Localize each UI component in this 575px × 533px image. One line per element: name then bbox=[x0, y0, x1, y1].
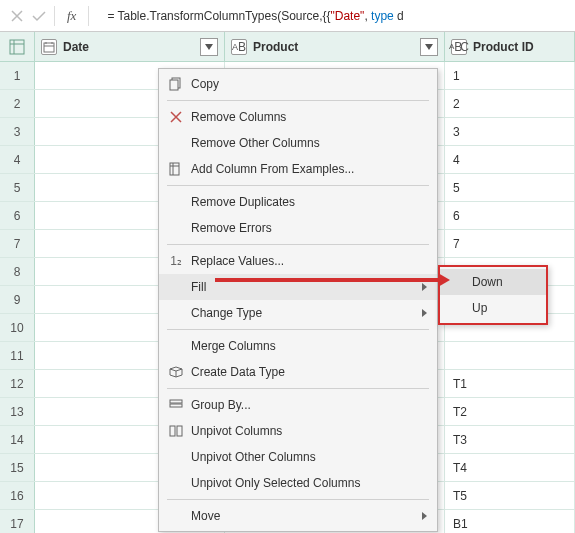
column-header-date[interactable]: Date bbox=[35, 32, 225, 61]
row-number[interactable]: 3 bbox=[0, 118, 35, 145]
cancel-icon[interactable] bbox=[8, 7, 26, 25]
column-label: Product ID bbox=[473, 40, 568, 54]
text-type-icon: AB bbox=[231, 39, 247, 55]
cell-product-id[interactable]: 2 bbox=[445, 90, 575, 117]
svg-rect-9 bbox=[170, 163, 179, 175]
fx-label: fx bbox=[61, 8, 82, 24]
data-type-icon bbox=[165, 366, 187, 378]
row-number[interactable]: 14 bbox=[0, 426, 35, 453]
svg-rect-0 bbox=[10, 40, 24, 54]
menu-group-by[interactable]: Group By... bbox=[159, 392, 437, 418]
fill-submenu: Down Up bbox=[438, 265, 548, 325]
menu-remove-other-columns[interactable]: Remove Other Columns bbox=[159, 130, 437, 156]
menu-remove-columns[interactable]: Remove Columns bbox=[159, 104, 437, 130]
svg-rect-15 bbox=[170, 400, 182, 403]
group-icon bbox=[165, 399, 187, 411]
column-header-product[interactable]: AB Product bbox=[225, 32, 445, 61]
submenu-fill-up[interactable]: Up bbox=[440, 295, 546, 321]
menu-change-type[interactable]: Change Type bbox=[159, 300, 437, 326]
menu-add-column-examples[interactable]: Add Column From Examples... bbox=[159, 156, 437, 182]
cell-product-id[interactable]: 7 bbox=[445, 230, 575, 257]
calendar-icon bbox=[41, 39, 57, 55]
select-all-corner[interactable] bbox=[0, 32, 35, 61]
add-column-icon bbox=[165, 162, 187, 176]
row-number[interactable]: 2 bbox=[0, 90, 35, 117]
svg-line-12 bbox=[170, 369, 176, 371]
row-number[interactable]: 5 bbox=[0, 174, 35, 201]
menu-unpivot-columns[interactable]: Unpivot Columns bbox=[159, 418, 437, 444]
confirm-icon[interactable] bbox=[30, 7, 48, 25]
column-label: Date bbox=[63, 40, 200, 54]
row-number[interactable]: 17 bbox=[0, 510, 35, 533]
chevron-right-icon bbox=[422, 309, 427, 317]
copy-icon bbox=[165, 77, 187, 91]
row-number[interactable]: 11 bbox=[0, 342, 35, 369]
menu-remove-errors[interactable]: Remove Errors bbox=[159, 215, 437, 241]
menu-remove-duplicates[interactable]: Remove Duplicates bbox=[159, 189, 437, 215]
filter-dropdown-icon[interactable] bbox=[420, 38, 438, 56]
row-number[interactable]: 15 bbox=[0, 454, 35, 481]
row-number[interactable]: 6 bbox=[0, 202, 35, 229]
chevron-right-icon bbox=[422, 512, 427, 520]
menu-move[interactable]: Move bbox=[159, 503, 437, 529]
row-number[interactable]: 10 bbox=[0, 314, 35, 341]
column-header-product-id[interactable]: ABC Product ID bbox=[445, 32, 575, 61]
svg-rect-17 bbox=[170, 426, 175, 436]
submenu-fill-down[interactable]: Down bbox=[440, 269, 546, 295]
cell-product-id[interactable]: T5 bbox=[445, 482, 575, 509]
text-type-icon: ABC bbox=[451, 39, 467, 55]
cell-product-id[interactable] bbox=[445, 342, 575, 369]
row-number[interactable]: 12 bbox=[0, 370, 35, 397]
cell-product-id[interactable]: T3 bbox=[445, 426, 575, 453]
svg-rect-8 bbox=[170, 80, 178, 90]
svg-line-13 bbox=[176, 369, 182, 371]
menu-create-data-type[interactable]: Create Data Type bbox=[159, 359, 437, 385]
cell-product-id[interactable]: 1 bbox=[445, 62, 575, 89]
cell-product-id[interactable]: 4 bbox=[445, 146, 575, 173]
row-number[interactable]: 16 bbox=[0, 482, 35, 509]
cell-product-id[interactable]: T2 bbox=[445, 398, 575, 425]
menu-copy[interactable]: Copy bbox=[159, 71, 437, 97]
row-number[interactable]: 13 bbox=[0, 398, 35, 425]
row-number[interactable]: 9 bbox=[0, 286, 35, 313]
formula-bar: fx = Table.TransformColumnTypes(Source,{… bbox=[0, 0, 575, 32]
column-label: Product bbox=[253, 40, 420, 54]
replace-icon: 1₂ bbox=[165, 254, 187, 268]
filter-dropdown-icon[interactable] bbox=[200, 38, 218, 56]
remove-icon bbox=[165, 111, 187, 123]
menu-unpivot-selected-columns[interactable]: Unpivot Only Selected Columns bbox=[159, 470, 437, 496]
row-number[interactable]: 4 bbox=[0, 146, 35, 173]
cell-product-id[interactable]: T1 bbox=[445, 370, 575, 397]
menu-unpivot-other-columns[interactable]: Unpivot Other Columns bbox=[159, 444, 437, 470]
svg-rect-18 bbox=[177, 426, 182, 436]
menu-replace-values[interactable]: 1₂ Replace Values... bbox=[159, 248, 437, 274]
row-number[interactable]: 8 bbox=[0, 258, 35, 285]
annotation-arrow bbox=[215, 278, 440, 282]
svg-rect-16 bbox=[170, 404, 182, 407]
row-number[interactable]: 7 bbox=[0, 230, 35, 257]
cell-product-id[interactable]: T4 bbox=[445, 454, 575, 481]
cell-product-id[interactable]: B1 bbox=[445, 510, 575, 533]
menu-merge-columns[interactable]: Merge Columns bbox=[159, 333, 437, 359]
formula-input[interactable]: = Table.TransformColumnTypes(Source,{{"D… bbox=[99, 8, 575, 23]
svg-rect-3 bbox=[44, 43, 54, 52]
chevron-right-icon bbox=[422, 283, 427, 291]
row-number[interactable]: 1 bbox=[0, 62, 35, 89]
cell-product-id[interactable]: 5 bbox=[445, 174, 575, 201]
unpivot-icon bbox=[165, 425, 187, 437]
cell-product-id[interactable]: 3 bbox=[445, 118, 575, 145]
context-menu: Copy Remove Columns Remove Other Columns… bbox=[158, 68, 438, 532]
cell-product-id[interactable]: 6 bbox=[445, 202, 575, 229]
